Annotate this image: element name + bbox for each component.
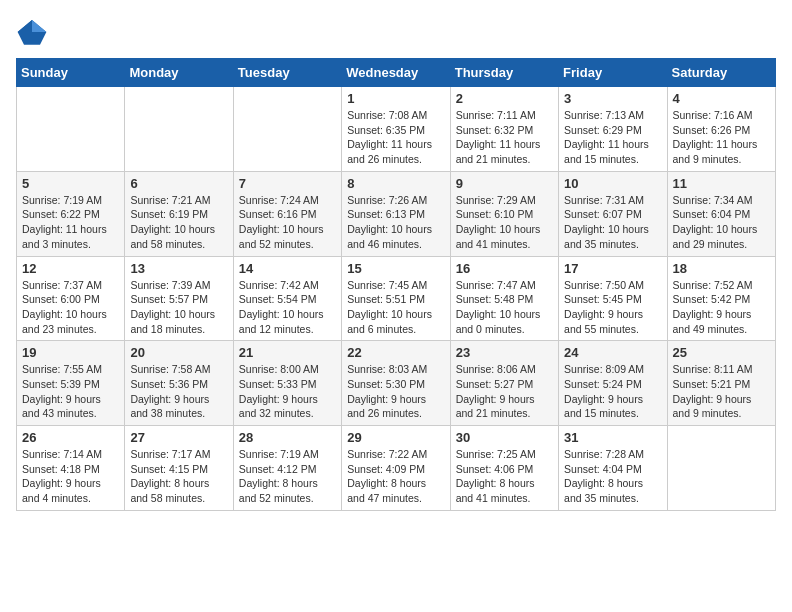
day-number: 22 bbox=[347, 345, 444, 360]
day-number: 21 bbox=[239, 345, 336, 360]
day-detail: Sunrise: 7:24 AM Sunset: 6:16 PM Dayligh… bbox=[239, 193, 336, 252]
day-detail: Sunrise: 7:47 AM Sunset: 5:48 PM Dayligh… bbox=[456, 278, 553, 337]
day-cell: 8Sunrise: 7:26 AM Sunset: 6:13 PM Daylig… bbox=[342, 171, 450, 256]
day-number: 29 bbox=[347, 430, 444, 445]
day-number: 19 bbox=[22, 345, 119, 360]
col-header-sunday: Sunday bbox=[17, 59, 125, 87]
day-cell: 5Sunrise: 7:19 AM Sunset: 6:22 PM Daylig… bbox=[17, 171, 125, 256]
day-cell: 13Sunrise: 7:39 AM Sunset: 5:57 PM Dayli… bbox=[125, 256, 233, 341]
logo-icon bbox=[16, 16, 48, 48]
day-detail: Sunrise: 7:19 AM Sunset: 4:12 PM Dayligh… bbox=[239, 447, 336, 506]
day-number: 13 bbox=[130, 261, 227, 276]
week-row-1: 1Sunrise: 7:08 AM Sunset: 6:35 PM Daylig… bbox=[17, 87, 776, 172]
day-number: 15 bbox=[347, 261, 444, 276]
day-cell: 23Sunrise: 8:06 AM Sunset: 5:27 PM Dayli… bbox=[450, 341, 558, 426]
day-cell: 16Sunrise: 7:47 AM Sunset: 5:48 PM Dayli… bbox=[450, 256, 558, 341]
day-number: 28 bbox=[239, 430, 336, 445]
day-detail: Sunrise: 7:52 AM Sunset: 5:42 PM Dayligh… bbox=[673, 278, 770, 337]
day-number: 8 bbox=[347, 176, 444, 191]
day-detail: Sunrise: 8:09 AM Sunset: 5:24 PM Dayligh… bbox=[564, 362, 661, 421]
day-cell: 1Sunrise: 7:08 AM Sunset: 6:35 PM Daylig… bbox=[342, 87, 450, 172]
day-detail: Sunrise: 7:11 AM Sunset: 6:32 PM Dayligh… bbox=[456, 108, 553, 167]
day-detail: Sunrise: 8:06 AM Sunset: 5:27 PM Dayligh… bbox=[456, 362, 553, 421]
day-detail: Sunrise: 7:13 AM Sunset: 6:29 PM Dayligh… bbox=[564, 108, 661, 167]
day-cell: 24Sunrise: 8:09 AM Sunset: 5:24 PM Dayli… bbox=[559, 341, 667, 426]
day-number: 17 bbox=[564, 261, 661, 276]
day-cell: 11Sunrise: 7:34 AM Sunset: 6:04 PM Dayli… bbox=[667, 171, 775, 256]
day-detail: Sunrise: 7:22 AM Sunset: 4:09 PM Dayligh… bbox=[347, 447, 444, 506]
day-number: 2 bbox=[456, 91, 553, 106]
day-number: 31 bbox=[564, 430, 661, 445]
day-detail: Sunrise: 7:58 AM Sunset: 5:36 PM Dayligh… bbox=[130, 362, 227, 421]
day-cell: 14Sunrise: 7:42 AM Sunset: 5:54 PM Dayli… bbox=[233, 256, 341, 341]
day-number: 10 bbox=[564, 176, 661, 191]
svg-marker-1 bbox=[32, 20, 46, 32]
page-header bbox=[16, 16, 776, 48]
day-cell: 28Sunrise: 7:19 AM Sunset: 4:12 PM Dayli… bbox=[233, 426, 341, 511]
col-header-tuesday: Tuesday bbox=[233, 59, 341, 87]
day-detail: Sunrise: 7:17 AM Sunset: 4:15 PM Dayligh… bbox=[130, 447, 227, 506]
day-number: 14 bbox=[239, 261, 336, 276]
col-header-friday: Friday bbox=[559, 59, 667, 87]
day-cell: 30Sunrise: 7:25 AM Sunset: 4:06 PM Dayli… bbox=[450, 426, 558, 511]
day-detail: Sunrise: 7:19 AM Sunset: 6:22 PM Dayligh… bbox=[22, 193, 119, 252]
day-number: 16 bbox=[456, 261, 553, 276]
day-cell: 4Sunrise: 7:16 AM Sunset: 6:26 PM Daylig… bbox=[667, 87, 775, 172]
svg-marker-2 bbox=[18, 20, 32, 32]
calendar-table: SundayMondayTuesdayWednesdayThursdayFrid… bbox=[16, 58, 776, 511]
logo bbox=[16, 16, 52, 48]
day-number: 23 bbox=[456, 345, 553, 360]
day-detail: Sunrise: 7:34 AM Sunset: 6:04 PM Dayligh… bbox=[673, 193, 770, 252]
day-number: 26 bbox=[22, 430, 119, 445]
day-number: 9 bbox=[456, 176, 553, 191]
day-number: 5 bbox=[22, 176, 119, 191]
day-cell: 21Sunrise: 8:00 AM Sunset: 5:33 PM Dayli… bbox=[233, 341, 341, 426]
day-detail: Sunrise: 7:29 AM Sunset: 6:10 PM Dayligh… bbox=[456, 193, 553, 252]
day-number: 27 bbox=[130, 430, 227, 445]
day-cell: 25Sunrise: 8:11 AM Sunset: 5:21 PM Dayli… bbox=[667, 341, 775, 426]
day-cell: 26Sunrise: 7:14 AM Sunset: 4:18 PM Dayli… bbox=[17, 426, 125, 511]
col-header-thursday: Thursday bbox=[450, 59, 558, 87]
day-cell bbox=[125, 87, 233, 172]
week-row-5: 26Sunrise: 7:14 AM Sunset: 4:18 PM Dayli… bbox=[17, 426, 776, 511]
day-number: 30 bbox=[456, 430, 553, 445]
day-cell: 31Sunrise: 7:28 AM Sunset: 4:04 PM Dayli… bbox=[559, 426, 667, 511]
week-row-4: 19Sunrise: 7:55 AM Sunset: 5:39 PM Dayli… bbox=[17, 341, 776, 426]
day-cell bbox=[17, 87, 125, 172]
col-header-wednesday: Wednesday bbox=[342, 59, 450, 87]
day-detail: Sunrise: 7:55 AM Sunset: 5:39 PM Dayligh… bbox=[22, 362, 119, 421]
day-detail: Sunrise: 8:11 AM Sunset: 5:21 PM Dayligh… bbox=[673, 362, 770, 421]
day-cell: 7Sunrise: 7:24 AM Sunset: 6:16 PM Daylig… bbox=[233, 171, 341, 256]
day-cell: 10Sunrise: 7:31 AM Sunset: 6:07 PM Dayli… bbox=[559, 171, 667, 256]
col-header-monday: Monday bbox=[125, 59, 233, 87]
day-detail: Sunrise: 7:37 AM Sunset: 6:00 PM Dayligh… bbox=[22, 278, 119, 337]
day-cell: 18Sunrise: 7:52 AM Sunset: 5:42 PM Dayli… bbox=[667, 256, 775, 341]
day-cell bbox=[233, 87, 341, 172]
day-detail: Sunrise: 7:08 AM Sunset: 6:35 PM Dayligh… bbox=[347, 108, 444, 167]
col-header-saturday: Saturday bbox=[667, 59, 775, 87]
day-cell bbox=[667, 426, 775, 511]
day-detail: Sunrise: 7:42 AM Sunset: 5:54 PM Dayligh… bbox=[239, 278, 336, 337]
day-detail: Sunrise: 7:28 AM Sunset: 4:04 PM Dayligh… bbox=[564, 447, 661, 506]
day-cell: 6Sunrise: 7:21 AM Sunset: 6:19 PM Daylig… bbox=[125, 171, 233, 256]
day-detail: Sunrise: 7:31 AM Sunset: 6:07 PM Dayligh… bbox=[564, 193, 661, 252]
day-number: 24 bbox=[564, 345, 661, 360]
week-row-3: 12Sunrise: 7:37 AM Sunset: 6:00 PM Dayli… bbox=[17, 256, 776, 341]
day-number: 6 bbox=[130, 176, 227, 191]
day-cell: 27Sunrise: 7:17 AM Sunset: 4:15 PM Dayli… bbox=[125, 426, 233, 511]
day-number: 11 bbox=[673, 176, 770, 191]
day-number: 7 bbox=[239, 176, 336, 191]
day-cell: 20Sunrise: 7:58 AM Sunset: 5:36 PM Dayli… bbox=[125, 341, 233, 426]
day-cell: 17Sunrise: 7:50 AM Sunset: 5:45 PM Dayli… bbox=[559, 256, 667, 341]
day-detail: Sunrise: 8:00 AM Sunset: 5:33 PM Dayligh… bbox=[239, 362, 336, 421]
day-detail: Sunrise: 7:45 AM Sunset: 5:51 PM Dayligh… bbox=[347, 278, 444, 337]
day-cell: 19Sunrise: 7:55 AM Sunset: 5:39 PM Dayli… bbox=[17, 341, 125, 426]
header-row: SundayMondayTuesdayWednesdayThursdayFrid… bbox=[17, 59, 776, 87]
day-number: 4 bbox=[673, 91, 770, 106]
week-row-2: 5Sunrise: 7:19 AM Sunset: 6:22 PM Daylig… bbox=[17, 171, 776, 256]
day-number: 1 bbox=[347, 91, 444, 106]
day-cell: 9Sunrise: 7:29 AM Sunset: 6:10 PM Daylig… bbox=[450, 171, 558, 256]
day-number: 18 bbox=[673, 261, 770, 276]
day-number: 3 bbox=[564, 91, 661, 106]
day-cell: 2Sunrise: 7:11 AM Sunset: 6:32 PM Daylig… bbox=[450, 87, 558, 172]
